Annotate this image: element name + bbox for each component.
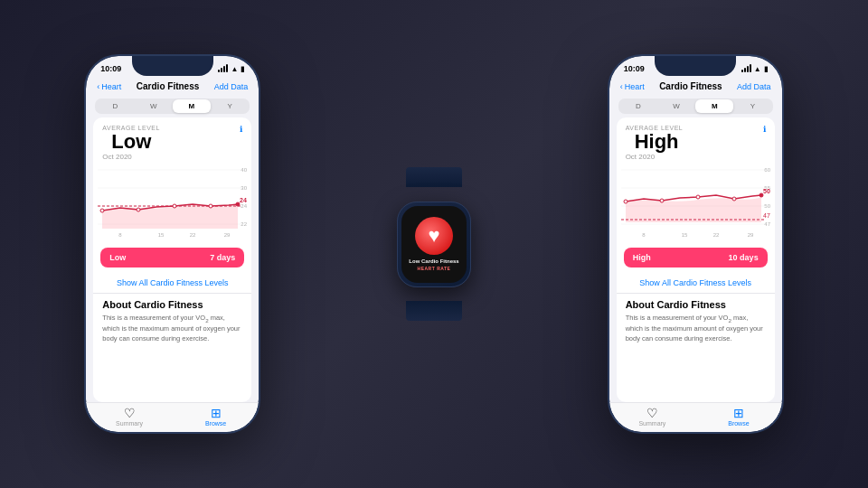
about-section-left: About Cardio Fitness This is a measureme… [93, 293, 251, 402]
about-title-left: About Cardio Fitness [102, 299, 242, 310]
heart-tab-icon-left: ♡ [124, 407, 136, 419]
svg-point-28 [624, 200, 627, 203]
nav-title-left: Cardio Fitness [137, 81, 199, 91]
iphone-left: 10:09 ▲ ▮ ‹ Heart Ca [84, 54, 260, 434]
svg-text:50: 50 [763, 188, 770, 194]
segment-w-right[interactable]: W [657, 99, 695, 113]
watch-sub-text: HEART RATE [418, 266, 451, 271]
watch-main-text: Low Cardio Fitness [409, 258, 458, 266]
tab-browse-label-left: Browse [205, 420, 226, 427]
iphone-right: 10:09 ▲ ▮ ‹ Heart Ca [608, 54, 784, 434]
browse-tab-icon-right: ⊞ [733, 407, 744, 419]
signal-bar-2 [221, 68, 222, 72]
svg-text:15: 15 [158, 232, 165, 238]
signal-bar-r1 [741, 70, 743, 72]
svg-point-12 [209, 204, 212, 208]
badge-days-left: 7 days [210, 253, 235, 262]
badge-days-right: 10 days [729, 253, 759, 262]
time-right: 10:09 [624, 64, 645, 73]
scene: 10:09 ▲ ▮ ‹ Heart Ca [0, 0, 868, 488]
back-label-left: Heart [101, 82, 121, 91]
svg-point-30 [696, 195, 700, 199]
svg-text:29: 29 [224, 232, 231, 238]
time-left: 10:09 [100, 64, 121, 73]
tab-summary-right[interactable]: ♡ Summary [609, 407, 696, 427]
watch-band-bottom [406, 301, 462, 321]
nav-bar-left: ‹ Heart Cardio Fitness Add Data [86, 78, 259, 95]
apple-watch: ♥ Low Cardio Fitness HEART RATE [384, 185, 484, 303]
notch-left [132, 56, 213, 76]
svg-point-10 [137, 208, 140, 211]
wifi-icon-left: ▲ [231, 65, 238, 73]
tab-bar-right: ♡ Summary ⊞ Browse [609, 402, 782, 432]
segment-m-right[interactable]: M [695, 99, 733, 113]
chart-left: 40 30 24 22 [93, 161, 251, 242]
info-icon-left[interactable]: ℹ [240, 125, 242, 134]
tab-browse-left[interactable]: ⊞ Browse [173, 407, 259, 427]
segment-w-left[interactable]: W [135, 99, 173, 113]
signal-bars-right [741, 65, 751, 72]
content-card-right: AVERAGE LEVEL High Oct 2020 ℹ 60 55 50 4… [617, 117, 775, 402]
screen-right: 10:09 ▲ ▮ ‹ Heart Ca [609, 56, 782, 432]
signal-bar-1 [218, 70, 220, 72]
fitness-level-right: High [626, 131, 688, 153]
svg-text:22: 22 [190, 232, 196, 238]
signal-bar-3 [223, 66, 225, 72]
svg-text:47: 47 [763, 212, 770, 219]
svg-point-31 [732, 197, 736, 201]
watch-band-top [406, 167, 462, 187]
svg-point-9 [100, 209, 104, 212]
badge-label-left: Low [109, 253, 126, 262]
back-button-left[interactable]: ‹ Heart [97, 82, 121, 91]
badge-label-right: High [633, 253, 651, 262]
segment-y-right[interactable]: Y [733, 99, 771, 113]
svg-text:22: 22 [712, 232, 719, 238]
watch-body: ♥ Low Cardio Fitness HEART RATE [397, 202, 471, 287]
fitness-info-left: AVERAGE LEVEL Low Oct 2020 [102, 125, 160, 161]
svg-text:8: 8 [642, 232, 646, 238]
fitness-info-right: AVERAGE LEVEL High Oct 2020 [626, 125, 688, 161]
watch-heart-icon: ♥ [415, 217, 453, 255]
add-data-right[interactable]: Add Data [737, 82, 771, 91]
wifi-icon-right: ▲ [754, 65, 761, 73]
signal-bar-r4 [750, 64, 751, 72]
status-badge-right: High 10 days [624, 248, 768, 267]
about-section-right: About Cardio Fitness This is a measureme… [617, 293, 775, 402]
info-icon-right[interactable]: ℹ [763, 125, 766, 134]
segment-d-right[interactable]: D [619, 99, 657, 113]
signal-bar-4 [226, 64, 228, 72]
content-card-left: AVERAGE LEVEL Low Oct 2020 ℹ 40 30 24 22 [93, 117, 251, 402]
chart-right: 60 55 50 47 [617, 161, 775, 242]
show-all-link-right[interactable]: Show All Cardio Fitness Levels [617, 273, 775, 293]
back-label-right: Heart [625, 82, 645, 91]
tab-bar-left: ♡ Summary ⊞ Browse [86, 402, 259, 432]
about-text-right: This is a measurement of your VO2 max, w… [626, 314, 766, 343]
back-button-right[interactable]: ‹ Heart [620, 82, 645, 91]
screen-left: 10:09 ▲ ▮ ‹ Heart Ca [86, 56, 259, 432]
browse-tab-icon-left: ⊞ [211, 407, 222, 419]
segment-m-left[interactable]: M [173, 99, 211, 113]
heart-tab-icon-right: ♡ [646, 407, 658, 419]
show-all-link-left[interactable]: Show All Cardio Fitness Levels [93, 273, 251, 293]
tab-browse-label-right: Browse [728, 420, 749, 427]
fitness-level-left: Low [102, 131, 160, 153]
svg-text:8: 8 [119, 232, 123, 238]
svg-point-11 [173, 204, 176, 208]
svg-text:15: 15 [681, 232, 687, 238]
tab-summary-label-left: Summary [116, 420, 143, 427]
svg-text:29: 29 [747, 232, 753, 238]
tab-summary-left[interactable]: ♡ Summary [86, 407, 173, 427]
segment-y-left[interactable]: Y [211, 99, 249, 113]
back-chevron-left: ‹ [97, 82, 99, 91]
about-title-right: About Cardio Fitness [626, 299, 766, 310]
segment-d-left[interactable]: D [96, 99, 134, 113]
tab-summary-label-right: Summary [638, 420, 665, 427]
notch-right [655, 56, 736, 76]
heart-symbol: ♥ [428, 224, 439, 248]
chart-svg-right: 60 55 50 47 [617, 161, 775, 242]
status-badge-left: Low 7 days [100, 248, 244, 267]
tab-browse-right[interactable]: ⊞ Browse [695, 407, 782, 427]
add-data-left[interactable]: Add Data [214, 82, 249, 91]
signal-bars-left [218, 65, 228, 72]
about-text-left: This is a measurement of your VO2 max, w… [102, 314, 242, 343]
